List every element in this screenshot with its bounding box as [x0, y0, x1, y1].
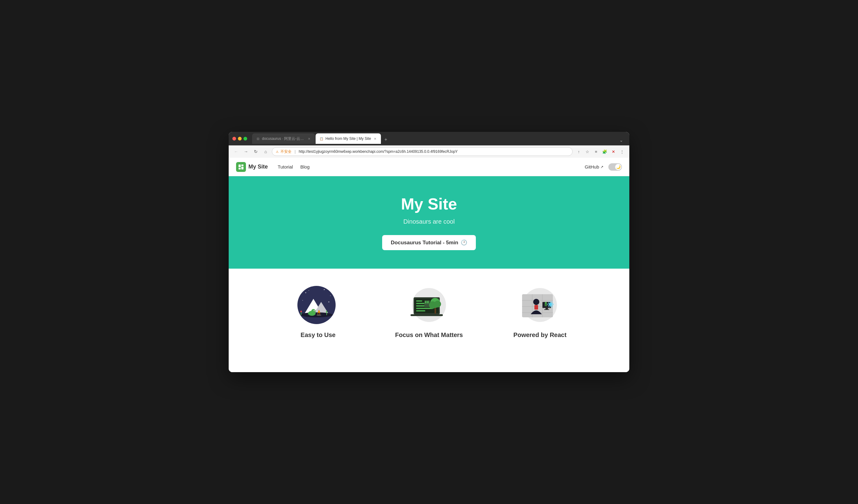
feature-title-react: Powered by React	[513, 331, 567, 339]
tab-label-mysite: Hello from My Site | My Site	[325, 136, 371, 141]
security-warning: 不安全	[281, 149, 291, 155]
svg-rect-35	[416, 308, 433, 309]
feature-title-focus: Focus on What Matters	[395, 331, 463, 339]
feature-focus: Focus on What Matters	[383, 283, 475, 339]
tab-chevron-icon[interactable]: ⌄	[617, 136, 626, 144]
nav-tutorial[interactable]: Tutorial	[278, 164, 293, 169]
extension-icon: 🧩	[602, 149, 607, 154]
maximize-button[interactable]	[243, 137, 247, 141]
tabs-bar: ⊡ docusaurus · 阿里云-云开发平... ✕ 📋 Hello fro…	[252, 133, 626, 144]
hero-title: My Site	[401, 195, 457, 213]
svg-point-9	[329, 302, 330, 303]
nav-right: GitHub ↗ 🌙	[585, 163, 622, 171]
svg-rect-3	[241, 167, 243, 169]
svg-rect-39	[427, 301, 429, 304]
nav-links: Tutorial Blog	[278, 164, 310, 169]
svg-point-59	[545, 302, 547, 304]
svg-rect-1	[239, 168, 241, 169]
refresh-icon: ↻	[254, 149, 258, 154]
feature-illustration-focus	[401, 283, 457, 327]
bookmark-icon: ☆	[586, 149, 589, 154]
hero-subtitle: Dinosaurs are cool	[403, 218, 455, 225]
svg-rect-0	[239, 164, 241, 167]
feature-title-easy: Easy to Use	[301, 331, 335, 339]
title-bar: ⊡ docusaurus · 阿里云-云开发平... ✕ 📋 Hello fro…	[229, 132, 629, 145]
feature-illustration-easy	[290, 283, 346, 327]
svg-point-5	[305, 292, 306, 293]
tab-favicon-mysite: 📋	[319, 136, 323, 141]
feature-react: Powered by React	[494, 283, 586, 339]
svg-point-44	[434, 301, 441, 307]
svg-rect-53	[535, 305, 538, 310]
close-extension-button[interactable]: ✕	[609, 148, 617, 155]
lock-icon: ⚠	[276, 150, 279, 153]
new-tab-button[interactable]: +	[382, 135, 390, 144]
site-name: My Site	[249, 164, 268, 170]
tutorial-cta-button[interactable]: Docusaurus Tutorial - 5min 🕐	[382, 235, 476, 250]
url-bar[interactable]: ⚠ 不安全 | http://test1yjiugzoyrm60mw6xep.w…	[272, 147, 573, 156]
logo-icon	[236, 162, 246, 172]
svg-rect-32	[416, 300, 422, 302]
tab-favicon-docusaurus: ⊡	[256, 136, 260, 141]
extension-button[interactable]: 🧩	[601, 148, 608, 155]
back-icon: ←	[234, 149, 238, 154]
close-extension-icon: ✕	[612, 149, 615, 154]
toggle-knob: 🌙	[615, 164, 621, 170]
hero-section: My Site Dinosaurs are cool Docusaurus Tu…	[229, 176, 629, 269]
home-button[interactable]: ⌂	[262, 148, 269, 155]
svg-point-7	[330, 295, 331, 296]
svg-point-6	[324, 289, 325, 290]
nav-blog[interactable]: Blog	[301, 164, 310, 169]
address-bar: ← → ↻ ⌂ ⚠ 不安全 | http://test1yjiugzoyrm60…	[229, 145, 629, 158]
svg-rect-56	[545, 308, 548, 309]
svg-rect-57	[544, 309, 549, 310]
site-content: My Site Tutorial Blog GitHub ↗ 🌙 My Site…	[229, 158, 629, 372]
external-link-icon: ↗	[600, 165, 603, 169]
close-button[interactable]	[232, 137, 236, 141]
forward-button[interactable]: →	[242, 148, 250, 155]
tutorial-cta-label: Docusaurus Tutorial - 5min	[391, 240, 458, 246]
clock-icon: 🕐	[461, 239, 467, 246]
tab-docusaurus[interactable]: ⊡ docusaurus · 阿里云-云开发平... ✕	[252, 133, 315, 144]
svg-rect-40	[411, 314, 443, 316]
svg-rect-38	[425, 301, 427, 304]
reader-icon: ≡	[595, 149, 597, 154]
svg-rect-36	[416, 310, 425, 311]
site-logo[interactable]: My Site	[236, 162, 268, 172]
svg-point-17	[314, 310, 315, 311]
tab-mysite[interactable]: 📋 Hello from My Site | My Site ✕	[316, 133, 381, 144]
tab-label-docusaurus: docusaurus · 阿里云-云开发平...	[262, 136, 305, 142]
tab-close-docusaurus[interactable]: ✕	[307, 136, 311, 141]
bookmark-button[interactable]: ☆	[584, 148, 591, 155]
traffic-lights	[232, 137, 247, 141]
dark-mode-toggle[interactable]: 🌙	[608, 163, 622, 171]
svg-point-52	[533, 299, 539, 305]
refresh-button[interactable]: ↻	[252, 148, 259, 155]
feature-illustration-react	[512, 283, 568, 327]
more-button[interactable]: ⋮	[618, 148, 626, 155]
minimize-button[interactable]	[238, 137, 242, 141]
url-text: http://test1yjiugzoyrm60mw6xep.workbench…	[299, 149, 569, 154]
share-button[interactable]: ↑	[575, 148, 583, 155]
back-button[interactable]: ←	[232, 148, 240, 155]
github-label: GitHub	[585, 164, 599, 169]
svg-point-13	[301, 312, 333, 317]
home-icon: ⌂	[265, 149, 267, 154]
share-icon: ↑	[578, 149, 580, 154]
address-actions: ↑ ☆ ≡ 🧩 ✕ ⋮	[575, 148, 626, 155]
svg-point-8	[302, 300, 303, 301]
forward-icon: →	[244, 149, 248, 154]
tab-close-mysite[interactable]: ✕	[373, 136, 377, 141]
site-nav: My Site Tutorial Blog GitHub ↗ 🌙	[229, 158, 629, 176]
features-section: Easy to Use	[229, 269, 629, 372]
more-icon: ⋮	[620, 149, 624, 154]
tabs-end: ⌄	[617, 136, 626, 144]
reader-mode-button[interactable]: ≡	[592, 148, 600, 155]
svg-point-22	[317, 314, 321, 316]
url-separator: |	[295, 149, 296, 154]
svg-rect-2	[241, 164, 243, 166]
github-link[interactable]: GitHub ↗	[585, 164, 603, 169]
svg-point-10	[308, 290, 309, 291]
browser-window: ⊡ docusaurus · 阿里云-云开发平... ✕ 📋 Hello fro…	[229, 132, 629, 372]
feature-easy-to-use: Easy to Use	[272, 283, 364, 339]
